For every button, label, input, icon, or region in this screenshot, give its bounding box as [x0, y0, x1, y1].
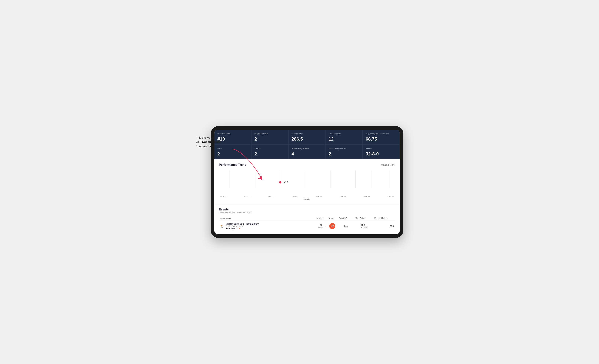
rank-impact: Rank Impact: 3 ▼	[226, 227, 259, 230]
col-position: Position	[316, 216, 327, 221]
col-event-sg: Event SG i	[338, 216, 354, 221]
events-last-updated: Last updated: 24th November 2023	[219, 211, 395, 213]
tooltip-line3: trend over time	[196, 144, 215, 148]
events-table: Event Name Position Score Event SG i Tot…	[219, 216, 395, 231]
event-type-icon: 🏌️	[220, 224, 224, 228]
scene: This shows you your National Rank trend …	[196, 126, 403, 238]
performance-label: National Rank	[381, 164, 395, 166]
tooltip-annotation: This shows you your National Rank trend …	[196, 136, 221, 149]
stat-match-play-events: Match Play Events 2	[326, 144, 363, 160]
col-weighted-points: Weighted Points i	[372, 216, 395, 221]
stat-regional-rank: Regional Rank 2	[251, 130, 289, 144]
col-score: Score	[327, 216, 337, 221]
col-event-name: Event Name	[219, 216, 316, 221]
stat-top3s: Top 3s 2	[251, 144, 289, 160]
score-badge: -22	[329, 223, 335, 229]
stat-record: Record 32-8-0	[363, 144, 400, 160]
event-name-cell: 🏌️ Buster Cozy Cup – Stroke Play Oct 9 -…	[219, 221, 316, 231]
stats-row-2: Wins 2 Top 3s 2 Stroke Play Events 4 Mat…	[214, 144, 400, 160]
rank-impact-arrow-icon: ▼	[239, 228, 240, 229]
total-points-cell: 28.3 3 Rounds	[354, 221, 372, 231]
x-label-jan24: JAN 24	[292, 195, 298, 197]
position-cell: 6th out of 7	[316, 221, 327, 231]
chart-svg: #10	[219, 169, 395, 194]
x-label-feb24: FEB 24	[316, 195, 322, 197]
events-section: Events Last updated: 24th November 2023 …	[214, 204, 400, 234]
col-total-points: Total Points i	[354, 216, 372, 221]
performance-title: Performance Trend	[219, 163, 246, 167]
x-label-dec23: DEC 23	[268, 195, 274, 197]
tablet-device: National Rank #10 Regional Rank 2 Scorin…	[211, 126, 403, 238]
event-sg-cell: 0.45	[338, 221, 354, 231]
score-cell: -22	[327, 221, 337, 231]
total-points-info-icon[interactable]: i	[366, 217, 368, 220]
svg-text:#10: #10	[283, 181, 288, 184]
info-icon[interactable]: i	[386, 133, 389, 135]
events-title: Events	[219, 208, 395, 211]
event-date: Oct 9 - Oct 10, 2023	[226, 225, 259, 227]
stat-scoring-avg: Scoring Avg. 286.5	[289, 130, 326, 144]
performance-header: Performance Trend National Rank	[219, 163, 395, 167]
event-sg-info-icon[interactable]: i	[348, 217, 350, 220]
x-axis-title: Months	[219, 198, 395, 200]
tooltip-line2: your National Rank	[196, 140, 221, 143]
stat-avg-weighted-points: Avg. Weighted Points i 68.75	[363, 130, 400, 144]
x-label-apr24: APR 24	[364, 195, 370, 197]
tablet-screen: National Rank #10 Regional Rank 2 Scorin…	[214, 130, 400, 235]
x-label-mar24: MAR 24	[340, 195, 346, 197]
table-row: 🏌️ Buster Cozy Cup – Stroke Play Oct 9 -…	[219, 221, 395, 231]
weighted-points-info-icon[interactable]: i	[388, 217, 391, 220]
x-label-nov23: NOV 23	[244, 195, 250, 197]
tooltip-line1: This shows you	[196, 136, 215, 139]
events-table-header: Event Name Position Score Event SG i Tot…	[219, 216, 395, 221]
performance-chart: #10	[219, 169, 395, 194]
performance-section: Performance Trend National Rank	[214, 160, 400, 204]
stats-row-1: National Rank #10 Regional Rank 2 Scorin…	[214, 130, 400, 144]
x-axis-labels: OCT 23 NOV 23 DEC 23 JAN 24 FEB 24 MAR 2…	[219, 195, 395, 197]
weighted-points-cell: 28.3	[372, 221, 395, 231]
x-label-oct23: OCT 23	[220, 195, 226, 197]
stat-total-rounds: Total Rounds 12	[326, 130, 363, 144]
event-name: Buster Cozy Cup – Stroke Play	[226, 223, 259, 225]
svg-point-9	[279, 181, 281, 184]
x-label-may24: MAY 24	[388, 195, 394, 197]
stat-stroke-play-events: Stroke Play Events 4	[289, 144, 326, 160]
